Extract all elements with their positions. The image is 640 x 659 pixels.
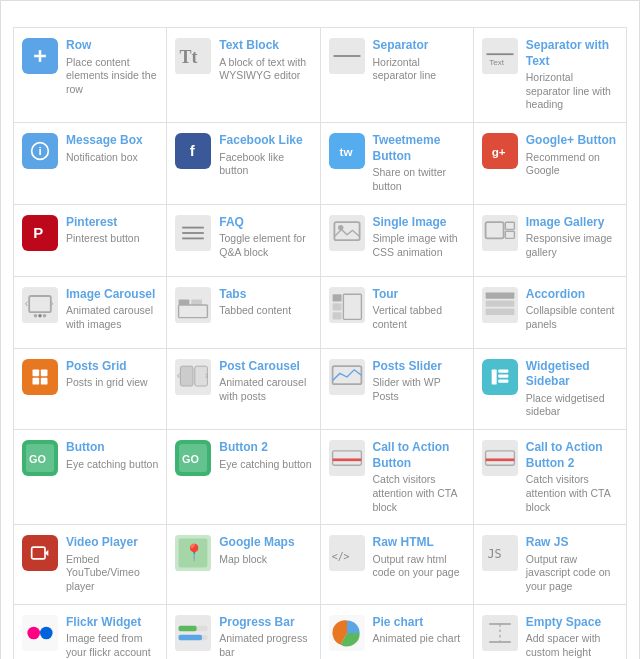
item-icon — [175, 287, 211, 323]
item-icon — [482, 615, 518, 651]
svg-rect-71 — [32, 547, 45, 559]
item-icon — [482, 287, 518, 323]
item-title: Posts Grid — [66, 359, 158, 375]
svg-rect-83 — [175, 615, 211, 651]
item-text: FAQ Toggle element for Q&A block — [219, 215, 311, 260]
item-title: Video Player — [66, 535, 158, 551]
list-item[interactable]: i Message Box Notification box — [14, 123, 167, 204]
list-item[interactable]: Accordion Collapsible content panels — [474, 277, 627, 349]
list-item[interactable]: Flickr Widget Image feed from your flick… — [14, 605, 167, 659]
item-desc: Collapsible content panels — [526, 304, 618, 331]
item-icon: g+ — [482, 133, 518, 169]
list-item[interactable]: Pie chart Animated pie chart — [321, 605, 474, 659]
list-item[interactable]: GO Button 2 Eye catching button — [167, 430, 320, 525]
item-text: Tweetmeme Button Share on twitter button — [373, 133, 465, 193]
list-item[interactable]: Empty Space Add spacer with custom heigh… — [474, 605, 627, 659]
tab-content[interactable] — [23, 13, 39, 17]
svg-text:📍: 📍 — [184, 543, 205, 564]
item-desc: Animated pie chart — [373, 632, 465, 646]
list-item[interactable]: Posts Grid Posts in grid view — [14, 349, 167, 430]
item-title: Tweetmeme Button — [373, 133, 465, 164]
item-desc: Catch visitors attention with CTA block — [373, 473, 465, 514]
svg-rect-38 — [332, 294, 341, 301]
nav-tabs — [23, 13, 87, 17]
list-item[interactable]: ‹› Post Carousel Animated carousel with … — [167, 349, 320, 430]
svg-rect-90 — [482, 615, 518, 651]
list-item[interactable]: Tabs Tabbed content — [167, 277, 320, 349]
item-desc: Eye catching button — [66, 458, 158, 472]
item-title: Message Box — [66, 133, 158, 149]
list-item[interactable]: Posts Slider Slider with WP Posts — [321, 349, 474, 430]
list-item[interactable]: Image Gallery Responsive image gallery — [474, 205, 627, 277]
item-desc: Slider with WP Posts — [373, 376, 465, 403]
item-title: Facebook Like — [219, 133, 311, 149]
item-title: Single Image — [373, 215, 465, 231]
list-item[interactable]: Tour Vertical tabbed content — [321, 277, 474, 349]
item-title: Raw JS — [526, 535, 618, 551]
svg-rect-65 — [329, 440, 365, 476]
list-item[interactable]: f Facebook Like Facebook like button — [167, 123, 320, 204]
item-text: Video Player Embed YouTube/Vimeo player — [66, 535, 158, 594]
svg-point-21 — [338, 224, 343, 229]
item-icon — [22, 535, 58, 571]
list-item[interactable]: tw Tweetmeme Button Share on twitter but… — [321, 123, 474, 204]
item-icon: i — [22, 133, 58, 169]
item-text: Call to Action Button Catch visitors att… — [373, 440, 465, 514]
svg-rect-34 — [179, 299, 190, 304]
list-item[interactable]: 📍 Google Maps Map block — [167, 525, 320, 605]
svg-rect-22 — [482, 215, 518, 251]
item-text: Single Image Simple image with CSS anima… — [373, 215, 465, 260]
item-desc: Facebook like button — [219, 151, 311, 178]
svg-text:Tt: Tt — [180, 47, 198, 67]
list-item[interactable]: P Pinterest Pinterest button — [14, 205, 167, 277]
list-item[interactable]: Tt Text Block A block of text with WYSIW… — [167, 28, 320, 123]
item-text: Pinterest Pinterest button — [66, 215, 158, 246]
item-title: Tabs — [219, 287, 311, 303]
item-text: Call to Action Button 2 Catch visitors a… — [526, 440, 618, 514]
item-icon — [329, 440, 365, 476]
item-text: Empty Space Add spacer with custom heigh… — [526, 615, 618, 659]
item-text: Posts Grid Posts in grid view — [66, 359, 158, 390]
item-title: Raw HTML — [373, 535, 465, 551]
svg-rect-47 — [41, 369, 48, 376]
item-icon — [175, 615, 211, 651]
item-text: Row Place content elements inside the ro… — [66, 38, 158, 97]
item-icon: ‹› — [175, 359, 211, 395]
item-text: Flickr Widget Image feed from your flick… — [66, 615, 158, 659]
list-item[interactable]: Single Image Simple image with CSS anima… — [321, 205, 474, 277]
list-item[interactable]: Call to Action Button Catch visitors att… — [321, 430, 474, 525]
items-grid: Row Place content elements inside the ro… — [13, 27, 627, 659]
list-item[interactable]: Row Place content elements inside the ro… — [14, 28, 167, 123]
item-icon: GO — [22, 440, 58, 476]
list-item[interactable]: Call to Action Button 2 Catch visitors a… — [474, 430, 627, 525]
list-item[interactable]: Separator Horizontal separator line — [321, 28, 474, 123]
list-item[interactable]: FAQ Toggle element for Q&A block — [167, 205, 320, 277]
list-item[interactable]: ‹› Image Carousel Animated carousel with… — [14, 277, 167, 349]
list-item[interactable]: Text Separator with Text Horizontal sepa… — [474, 28, 627, 123]
item-text: Raw HTML Output raw html code on your pa… — [373, 535, 465, 580]
item-desc: Embed YouTube/Vimeo player — [66, 553, 158, 594]
svg-rect-48 — [33, 377, 40, 384]
list-item[interactable]: Widgetised Sidebar Place widgetised side… — [474, 349, 627, 430]
item-icon — [482, 215, 518, 251]
svg-text:i: i — [38, 144, 41, 157]
list-item[interactable]: Video Player Embed YouTube/Vimeo player — [14, 525, 167, 605]
item-icon: ‹› — [22, 287, 58, 323]
item-text: Pie chart Animated pie chart — [373, 615, 465, 646]
list-item[interactable]: Progress Bar Animated progress bar — [167, 605, 320, 659]
list-item[interactable]: g+ Google+ Button Recommend on Google — [474, 123, 627, 204]
item-title: Button — [66, 440, 158, 456]
list-item[interactable]: GO Button Eye catching button — [14, 430, 167, 525]
item-text: Widgetised Sidebar Place widgetised side… — [526, 359, 618, 419]
item-desc: Vertical tabbed content — [373, 304, 465, 331]
list-item[interactable]: JS Raw JS Output raw javascript code on … — [474, 525, 627, 605]
item-icon — [329, 215, 365, 251]
list-item[interactable]: </> Raw HTML Output raw html code on you… — [321, 525, 474, 605]
tab-social[interactable] — [39, 13, 55, 17]
header — [13, 13, 627, 17]
main-container: Row Place content elements inside the ro… — [0, 0, 640, 659]
tab-wp-widgets[interactable] — [71, 13, 87, 17]
tab-structure[interactable] — [55, 13, 71, 17]
item-title: Post Carousel — [219, 359, 311, 375]
svg-point-31 — [38, 314, 42, 318]
